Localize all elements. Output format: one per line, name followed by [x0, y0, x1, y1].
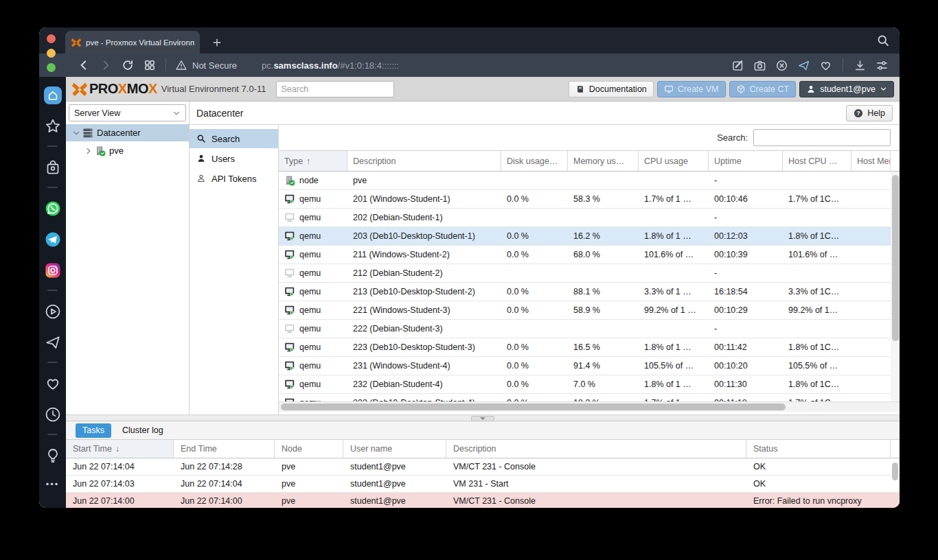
vm-cell-description: 233 (Deb10-Desktop-Student-4): [347, 394, 501, 401]
compose-extension-icon[interactable]: [731, 59, 744, 72]
vm-cell-type: qemu: [279, 227, 347, 245]
horizontal-scrollbar[interactable]: [279, 401, 900, 412]
view-selector[interactable]: Server View: [69, 104, 186, 121]
column-header-uptime[interactable]: Uptime: [709, 151, 783, 171]
vertical-scrollbar-thumb[interactable]: [892, 175, 899, 341]
column-header-cpu-usage[interactable]: CPU usage: [639, 151, 709, 171]
panel-splitter[interactable]: [66, 415, 900, 421]
vm-row[interactable]: qemu223 (Deb10-Desktop-Student-3)0.0 %16…: [279, 338, 900, 357]
user-menu-button[interactable]: student1@pve: [799, 81, 894, 97]
tree-item-pve[interactable]: pve: [66, 142, 189, 159]
vm-row[interactable]: qemu222 (Debian-Student-3)-: [279, 320, 900, 338]
heart-extension-icon[interactable]: [819, 59, 832, 72]
clock-icon[interactable]: [44, 406, 62, 423]
whatsapp-icon[interactable]: [44, 200, 62, 218]
reload-icon[interactable]: [122, 59, 134, 71]
create-vm-button[interactable]: Create VM: [657, 81, 726, 97]
subnav-item-search[interactable]: Search: [190, 129, 278, 148]
browser-tab[interactable]: pve - Proxmox Virtual Environm: [65, 31, 200, 54]
back-icon[interactable]: [78, 59, 90, 71]
column-header-disk-usage[interactable]: Disk usage…: [501, 151, 568, 171]
subnav-item-api-tokens[interactable]: API Tokens: [190, 169, 278, 188]
vm-row[interactable]: qemu201 (Windows-Student-1)0.0 %58.3 %1.…: [279, 190, 900, 209]
task-cell-description: VM/CT 231 - Console: [446, 493, 746, 508]
task-column-header-user-name[interactable]: User name: [343, 440, 446, 458]
search-tabs-icon[interactable]: [876, 34, 890, 47]
more-icon[interactable]: •••: [46, 479, 60, 489]
help-button[interactable]: ? Help: [846, 105, 893, 121]
send-extension-icon[interactable]: [797, 59, 810, 72]
home-icon[interactable]: [44, 86, 62, 104]
vm-row[interactable]: qemu232 (Debian-Student-4)0.0 %7.0 %1.8%…: [279, 375, 900, 394]
node-icon: [284, 175, 295, 186]
task-column-header-node[interactable]: Node: [275, 440, 343, 458]
grid-search-input[interactable]: [753, 129, 891, 146]
instagram-icon[interactable]: [44, 261, 62, 279]
new-tab-button[interactable]: [207, 31, 227, 54]
horizontal-scrollbar-thumb[interactable]: [281, 404, 786, 410]
create-ct-button[interactable]: Create CT: [729, 81, 797, 97]
column-header-label: Node: [282, 444, 302, 454]
heart-icon[interactable]: [44, 375, 62, 393]
star-icon[interactable]: [44, 117, 62, 135]
tab-tasks[interactable]: Tasks: [76, 423, 111, 438]
column-header-host-cpu[interactable]: Host CPU …: [783, 151, 851, 171]
vm-row[interactable]: qemu231 (Windows-Student-4)0.0 %91.4 %10…: [279, 357, 900, 375]
zoom-window-button[interactable]: [47, 63, 56, 72]
settings-sliders-icon[interactable]: [876, 59, 889, 72]
tree-item-label: Datacenter: [97, 128, 141, 138]
subnav-item-users[interactable]: Users: [190, 149, 278, 168]
vm-cell-disk: [501, 264, 568, 282]
task-row[interactable]: Jun 22 07:14:04Jun 22 07:14:28pvestudent…: [66, 458, 900, 476]
not-secure-indicator[interactable]: Not Secure: [176, 60, 237, 71]
vm-row[interactable]: qemu211 (Windows-Student-2)0.0 %68.0 %10…: [279, 246, 900, 264]
task-column-header-status[interactable]: Status: [746, 440, 891, 458]
column-header-description[interactable]: Description: [347, 151, 501, 171]
column-header-type[interactable]: Type↑: [279, 151, 347, 171]
vm-row[interactable]: qemu212 (Debian-Student-2)-: [279, 264, 900, 283]
play-circle-icon[interactable]: [44, 303, 62, 320]
minimize-window-button[interactable]: [47, 49, 56, 58]
task-row[interactable]: Jun 22 07:14:03Jun 22 07:14:04pvestudent…: [66, 476, 900, 493]
vm-row[interactable]: qemu221 (Windows-Student-3)0.0 %58.9 %99…: [279, 301, 900, 320]
send-icon[interactable]: [44, 334, 62, 351]
telegram-icon[interactable]: [44, 231, 62, 248]
downloads-icon[interactable]: [854, 59, 867, 72]
vm-row[interactable]: qemu202 (Debian-Student-1)-: [279, 209, 900, 227]
vm-type-label: qemu: [299, 231, 321, 241]
vm-row[interactable]: nodepve-: [279, 172, 900, 190]
task-cell-status: OK: [746, 458, 891, 475]
qemu-running-icon: [284, 305, 295, 316]
task-column-header-end-time[interactable]: End Time: [174, 440, 275, 458]
global-search-input[interactable]: [276, 81, 394, 97]
resource-tree: Datacenterpve: [66, 124, 189, 159]
vm-row[interactable]: qemu213 (Deb10-Desktop-Student-2)0.0 %88…: [279, 283, 900, 301]
task-cell-user: student1@pve: [343, 493, 446, 508]
vertical-scrollbar[interactable]: [891, 172, 900, 401]
close-window-button[interactable]: [47, 34, 56, 43]
tree-item-datacenter[interactable]: Datacenter: [66, 124, 189, 141]
documentation-button[interactable]: Documentation: [569, 81, 654, 97]
address-field[interactable]: pc.samsclass.info/#v1:0:18:4:::::::: [262, 60, 399, 71]
tasks-scrollbar-thumb[interactable]: [892, 463, 898, 480]
vm-cell-disk: [501, 172, 568, 189]
camera-extension-icon[interactable]: [753, 59, 766, 72]
tab-overview-icon[interactable]: [144, 59, 156, 71]
forward-icon[interactable]: [100, 59, 112, 71]
splitter-collapse-handle[interactable]: [471, 416, 494, 421]
shopping-bag-icon[interactable]: [44, 159, 62, 176]
chevron-right-icon[interactable]: [84, 146, 93, 156]
column-header-memory-us[interactable]: Memory us…: [568, 151, 639, 171]
lightbulb-icon[interactable]: [44, 447, 62, 465]
toolbar-divider: [165, 59, 166, 71]
column-header-host-mem[interactable]: Host Mem: [851, 151, 891, 171]
chevron-down-icon[interactable]: [71, 128, 81, 138]
task-row[interactable]: Jun 22 07:14:00Jun 22 07:14:00pvestudent…: [66, 493, 900, 508]
chevron-down-icon: [172, 109, 181, 117]
task-column-header-start-time[interactable]: Start Time↓: [66, 440, 174, 458]
task-column-header-description[interactable]: Description: [446, 440, 746, 458]
vm-row[interactable]: qemu203 (Deb10-Desktop-Student-1)0.0 %16…: [279, 227, 900, 246]
shield-block-extension-icon[interactable]: [775, 59, 788, 72]
vm-row[interactable]: qemu233 (Deb10-Desktop-Student-4)0.0 %18…: [279, 394, 900, 401]
tab-cluster-log[interactable]: Cluster log: [115, 423, 170, 438]
